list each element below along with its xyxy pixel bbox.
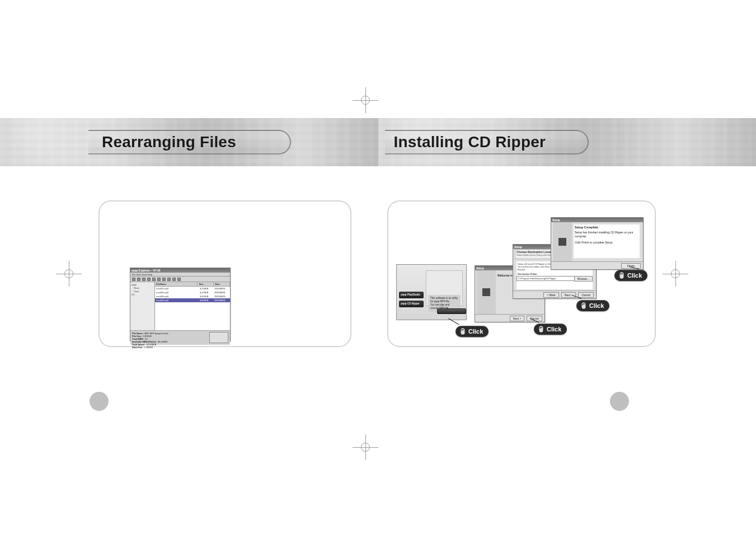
table-row-selected: track04.mp3 3,820KB 2001/08/01 — [155, 298, 230, 302]
dlg2-dest-label: Destination Folder — [518, 273, 591, 275]
mouse-icon — [537, 325, 545, 333]
cell-date: 2001/08/01 — [214, 294, 229, 298]
mouse-icon — [580, 302, 588, 310]
title-right: Installing CD Ripper — [394, 133, 546, 151]
crop-mark-right — [663, 261, 688, 287]
cell-size: 3,250KB — [200, 287, 214, 291]
click-callout-2: Click — [534, 324, 567, 335]
file-manager-window: yepp Explorer - YP-30 File View Tools He… — [130, 268, 231, 341]
title-pill-right: Installing CD Ripper — [385, 130, 589, 154]
toolbar-icon — [162, 278, 166, 281]
header-banner-row: Rearranging Files Installing CD Ripper — [0, 118, 756, 166]
info-value: 1,180KB — [144, 346, 153, 349]
fm-menu-bar: File View Tools Help — [130, 273, 230, 277]
cell-size: 3,610KB — [200, 294, 214, 298]
dlg3-titlebar: Setup — [551, 218, 643, 222]
dlg1-next-button[interactable]: Next > — [510, 316, 525, 321]
click-label: Click — [547, 326, 561, 332]
banner-left: Rearranging Files — [0, 118, 378, 166]
cell-date: 2001/08/01 — [214, 291, 229, 294]
cell-name: track04.mp3 — [156, 298, 200, 302]
fm-list: FileName Size Date track01.mp3 3,250KB 2… — [155, 282, 230, 330]
page-dot-right — [610, 392, 629, 411]
toolbar-icon — [157, 278, 161, 281]
cell-name: track02.mp3 — [156, 291, 200, 294]
cd-nav: yepp PlayStudio yepp CD Ripper — [399, 292, 424, 310]
page-dot-left — [90, 392, 109, 411]
crop-mark-top — [353, 87, 378, 113]
col-size: Size — [198, 282, 214, 286]
fm-body: yepp Flash Card PC FileName Size Date tr… — [130, 282, 230, 330]
cell-size: 3,820KB — [200, 298, 214, 302]
cell-name: track03.mp3 — [156, 294, 200, 298]
dlg3-sidebar — [553, 222, 572, 261]
cd-autorun-window: yepp' yepp PlayStudio yepp CD Ripper Thi… — [396, 264, 467, 320]
mouse-icon — [459, 327, 467, 335]
col-name: FileName — [155, 282, 198, 286]
figure-rearranging-files: yepp Explorer - YP-30 File View Tools He… — [98, 200, 351, 347]
info-label: Data Free : — [132, 346, 144, 349]
mouse-icon — [618, 271, 626, 279]
fm-titlebar: yepp Explorer - YP-30 — [130, 268, 230, 273]
table-row: track01.mp3 3,250KB 2001/08/01 — [155, 287, 230, 291]
toolbar-icon — [152, 278, 156, 281]
cell-date: 2001/08/01 — [214, 298, 229, 302]
cd-run-button[interactable] — [437, 308, 466, 314]
cd-nav-item[interactable]: yepp PlayStudio — [399, 292, 424, 298]
dlg1-sidebar — [477, 270, 496, 314]
dlg3-body-line: Setup has finished installing CD Ripper … — [575, 231, 638, 238]
dlg2-cancel-button[interactable]: Cancel — [578, 292, 594, 298]
table-row: track03.mp3 3,610KB 2001/08/01 — [155, 294, 230, 298]
dlg3-body: Setup Complete Setup has finished instal… — [574, 224, 640, 258]
dlg2-dest-path-text: C:\Program Files\Samsung\CD Ripper — [517, 277, 556, 280]
fm-tree: yepp Flash Card PC — [130, 282, 155, 330]
title-left: Rearranging Files — [102, 133, 236, 151]
toolbar-icon — [177, 278, 181, 281]
click-label: Click — [589, 302, 604, 309]
dlg2-back-button[interactable]: < Back — [543, 292, 558, 298]
dlg3-heading: Setup Complete — [575, 226, 638, 229]
toolbar-icon — [132, 278, 135, 281]
tree-node: PC — [132, 293, 153, 297]
crop-mark-left — [56, 261, 82, 287]
toolbar-icon — [167, 278, 171, 281]
fm-info-preview — [209, 332, 228, 343]
fm-info-panel: File Name : ABC.MP3 (yepp format) File S… — [130, 330, 230, 345]
click-callout-1: Click — [456, 326, 489, 337]
table-row: track02.mp3 3,470KB 2001/08/01 — [155, 291, 230, 294]
cd-nav-item-cd-ripper[interactable]: yepp CD Ripper — [399, 301, 424, 307]
setup-glyph-icon — [482, 288, 490, 296]
cell-date: 2001/08/01 — [214, 287, 229, 291]
dlg2-browse-button[interactable]: Browse... — [574, 276, 593, 282]
dlg2-dest-path: C:\Program Files\Samsung\CD Ripper — [516, 276, 579, 281]
click-callout-4: Click — [614, 270, 647, 281]
cell-size: 3,470KB — [200, 291, 214, 294]
click-callout-3: Click — [576, 300, 609, 311]
cell-name: track01.mp3 — [156, 287, 200, 291]
fm-toolbar — [130, 277, 230, 282]
dlg3-footer: Finish — [551, 261, 643, 269]
info-value: 30,500KB — [158, 340, 168, 343]
dlg3-finish-button[interactable]: Finish — [621, 263, 641, 269]
installer-dialog-complete: Setup Setup Complete Setup has finished … — [551, 217, 644, 270]
click-label: Click — [468, 328, 483, 335]
dlg2-footer: < Back Next > Cancel — [513, 291, 596, 298]
toolbar-icon — [137, 278, 140, 281]
figure-installing-cd-ripper: yepp' yepp PlayStudio yepp CD Ripper Thi… — [387, 200, 656, 347]
fm-list-header: FileName Size Date — [155, 282, 230, 287]
banner-right: Installing CD Ripper — [378, 118, 757, 166]
click-label: Click — [627, 272, 642, 279]
toolbar-icon — [172, 278, 176, 281]
toolbar-icon — [147, 278, 151, 281]
dlg3-body-line: Click Finish to complete Setup. — [575, 241, 638, 245]
toolbar-icon — [142, 278, 145, 281]
crop-mark-bottom — [353, 434, 378, 460]
cd-sub-line: This software is an utility for yepp MP3… — [430, 297, 458, 303]
col-date: Date — [214, 282, 230, 286]
setup-glyph-icon — [558, 238, 566, 246]
title-pill-left: Rearranging Files — [88, 130, 291, 154]
